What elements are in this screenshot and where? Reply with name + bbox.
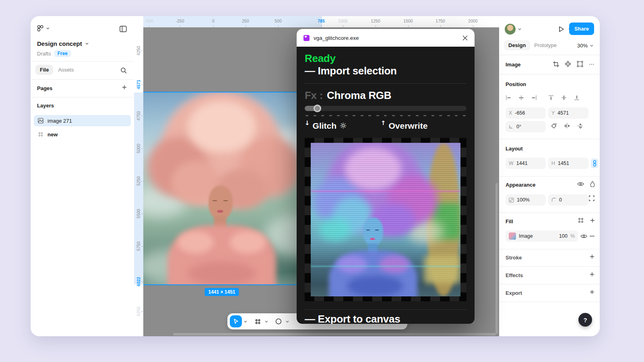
opacity-field[interactable]: 100%	[506, 194, 546, 206]
height-field[interactable]: H 1451	[548, 158, 588, 169]
ruler-tick-label: 1000	[338, 19, 347, 23]
align-v-center-icon[interactable]	[561, 95, 567, 101]
add-effect-button[interactable]	[590, 272, 594, 277]
pages-heading[interactable]: Pages	[37, 85, 52, 91]
glitch-button[interactable]: ↓ Glitch ☼	[305, 121, 347, 131]
add-export-button[interactable]	[590, 290, 594, 294]
left-sidebar: Design concept Drafts Free File Assets P…	[31, 16, 134, 336]
rotation-field[interactable]: 0°	[506, 121, 546, 132]
independent-corners-button[interactable]	[589, 195, 594, 201]
slider-tick	[423, 115, 426, 116]
plus-icon	[590, 290, 594, 294]
export-to-canvas-action[interactable]: — Export to canvas	[305, 313, 466, 324]
flip-vertical-icon[interactable]	[577, 123, 584, 129]
tab-file[interactable]: File	[35, 65, 53, 75]
eye-icon[interactable]	[577, 181, 584, 187]
panel-left-icon	[120, 26, 127, 32]
fx-slider-knob[interactable]	[314, 105, 321, 112]
ruler-tick-label: 1500	[403, 19, 413, 23]
preview-checkerboard	[305, 138, 466, 301]
avatar[interactable]	[505, 24, 516, 35]
y-position-field[interactable]: Y 4571	[548, 107, 588, 119]
slider-tick	[314, 115, 316, 116]
frame-tool-button[interactable]	[252, 315, 263, 327]
help-button[interactable]: ?	[578, 313, 592, 327]
down-arrow-icon: ↓	[305, 119, 310, 127]
modal-close-button[interactable]	[462, 35, 468, 41]
chevron-down-icon	[244, 321, 247, 323]
x-position-field[interactable]: X -656	[506, 107, 546, 119]
slider-tick	[345, 115, 348, 116]
layer-item-image-271[interactable]: image 271	[34, 115, 131, 126]
layer-name: image 271	[47, 118, 72, 124]
tab-prototype[interactable]: Prototype	[532, 40, 559, 50]
horizontal-scrollbar[interactable]	[173, 333, 496, 335]
drafts-label[interactable]: Drafts	[37, 51, 51, 57]
tab-design[interactable]: Design	[504, 40, 530, 50]
align-bottom-icon[interactable]	[574, 95, 580, 101]
status-text: Ready	[305, 52, 466, 65]
avatar-chevron-icon[interactable]	[518, 28, 521, 30]
tab-assets[interactable]: Assets	[56, 65, 76, 75]
search-button[interactable]	[120, 67, 127, 74]
toggle-sidebar-button[interactable]	[120, 26, 127, 32]
styles-icon[interactable]	[578, 218, 584, 223]
move-tool-button[interactable]	[230, 315, 242, 327]
close-icon	[462, 35, 468, 41]
align-left-icon[interactable]	[506, 95, 511, 101]
width-field[interactable]: W 1441	[506, 158, 546, 169]
right-sidebar: Share Design Prototype 30% Image ⋯ Posit…	[499, 16, 600, 336]
ruler-tick-label: 4750	[136, 111, 141, 120]
fx-name[interactable]: Chroma RGB	[327, 89, 391, 102]
ruler-selection-highlight-v	[134, 93, 143, 284]
ruler-tick	[141, 148, 143, 149]
align-h-center-icon[interactable]	[518, 95, 524, 101]
component-icon[interactable]	[565, 61, 571, 67]
align-right-icon[interactable]	[531, 95, 537, 101]
layout-heading: Layout	[506, 146, 523, 152]
ruler-tick	[246, 25, 246, 27]
overwrite-button[interactable]: ↑ Overwrite	[381, 121, 427, 131]
move-tool-chevron[interactable]	[243, 321, 248, 323]
flip-horizontal-icon[interactable]	[564, 123, 570, 129]
frame-icon	[255, 319, 261, 325]
constrain-proportions-toggle[interactable]	[591, 158, 598, 168]
ruler-tick	[141, 51, 143, 51]
add-page-button[interactable]	[122, 85, 127, 90]
slider-tick	[439, 115, 442, 116]
more-options-icon[interactable]: ⋯	[589, 61, 595, 67]
ruler-tick-label: 6250	[136, 306, 141, 316]
modal-titlebar[interactable]: vga_glitchcore.exe	[297, 29, 475, 47]
blend-drop-icon[interactable]	[590, 181, 595, 187]
edit-object-icon[interactable]	[577, 61, 583, 67]
shape-tool-button[interactable]	[273, 315, 284, 327]
fill-row[interactable]: Image 100 %	[506, 230, 578, 242]
remove-fill-button[interactable]	[590, 236, 594, 237]
frame-tool-chevron[interactable]	[264, 321, 269, 323]
fx-slider[interactable]	[305, 106, 466, 111]
export-heading: Export	[506, 290, 522, 296]
layers-heading[interactable]: Layers	[37, 103, 54, 109]
angle-icon	[509, 124, 514, 129]
corner-radius-field[interactable]: 0	[548, 194, 588, 206]
appearance-heading: Appearance	[506, 182, 535, 188]
crop-icon[interactable]	[553, 61, 559, 67]
fill-visibility-button[interactable]	[580, 234, 587, 239]
align-top-icon[interactable]	[548, 95, 554, 101]
shape-tool-chevron[interactable]	[285, 321, 290, 323]
zoom-menu[interactable]: 30%	[577, 43, 593, 49]
vertical-scrollbar[interactable]	[495, 183, 498, 334]
add-stroke-button[interactable]	[590, 254, 594, 259]
share-button[interactable]: Share	[569, 23, 594, 35]
rotate-icon[interactable]	[551, 123, 557, 129]
link-icon	[593, 160, 597, 167]
main-menu-button[interactable]	[37, 25, 50, 32]
import-selection-action[interactable]: — Import selection	[305, 65, 466, 77]
glitch-preview-image[interactable]	[311, 143, 460, 296]
ruler-tick-label: 5500	[136, 209, 141, 218]
ruler-tick-label: 0	[212, 19, 215, 23]
layer-item-new[interactable]: new	[34, 129, 131, 140]
add-fill-icon[interactable]	[590, 218, 595, 223]
present-button[interactable]	[558, 26, 565, 33]
file-title[interactable]: Design concept	[37, 40, 89, 47]
